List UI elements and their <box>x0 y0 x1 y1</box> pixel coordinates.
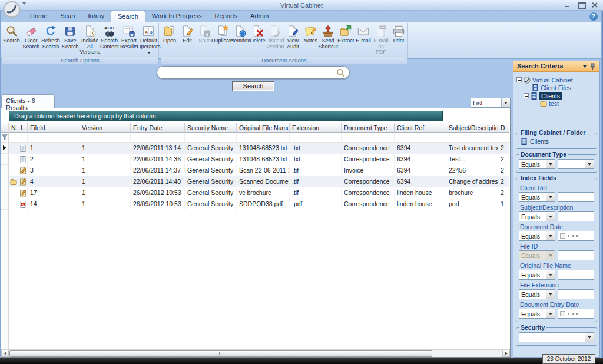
subject-input[interactable] <box>558 211 594 221</box>
document-type-operator-combo[interactable]: Equals <box>519 159 555 169</box>
tree-item-test[interactable]: test <box>515 100 598 108</box>
subject-operator-combo[interactable]: Equals <box>519 211 555 221</box>
virtual-cabinet-logo-icon[interactable] <box>3 1 21 18</box>
table-row[interactable]: 21 22/06/2011 14:36General Security 1310… <box>9 154 509 165</box>
client-ref-input[interactable] <box>558 192 594 202</box>
delete-button[interactable]: Delete <box>249 24 267 45</box>
table-row[interactable]: 31 22/06/2011 14:37General Security Scan… <box>9 165 509 176</box>
column-header[interactable]: Client Ref <box>395 123 446 133</box>
maximize-button[interactable] <box>578 2 585 8</box>
title-bar: Virtual Cabinet <box>0 0 603 11</box>
quick-access-dropdown-icon[interactable] <box>22 2 26 5</box>
file-id-input[interactable] <box>558 250 594 260</box>
reindex-button[interactable]: ReIndex <box>231 24 249 45</box>
tab-work-in-progress[interactable]: Work In Progress <box>145 11 208 22</box>
file-extension-input[interactable] <box>558 289 594 299</box>
tree-item-clients[interactable]: Clients <box>515 92 598 100</box>
column-header[interactable]: Entry Date <box>131 123 185 133</box>
tab-intray[interactable]: Intray <box>81 11 111 22</box>
chevron-down-icon[interactable] <box>583 65 587 68</box>
notes-button[interactable]: Notes <box>302 24 319 45</box>
chevron-down-icon[interactable] <box>546 160 555 168</box>
group-by-bar[interactable]: Drag a column header here to group by th… <box>9 111 443 121</box>
collapse-icon[interactable] <box>524 93 529 98</box>
view-audit-button[interactable]: View Audit <box>284 24 302 50</box>
date-checkbox[interactable] <box>560 311 565 316</box>
scrollbar-thumb[interactable] <box>9 350 432 357</box>
chevron-down-icon[interactable] <box>585 333 594 342</box>
minimize-button[interactable] <box>564 2 571 8</box>
column-header[interactable]: N. <box>9 123 18 133</box>
include-all-versions-button[interactable]: Include All Versions <box>80 24 100 56</box>
tab-scan[interactable]: Scan <box>54 11 81 22</box>
file-extension-operator-combo[interactable]: Equals <box>519 289 555 299</box>
edit-button[interactable]: Edit <box>178 24 196 45</box>
chevron-down-icon[interactable] <box>546 290 555 299</box>
tree-item-client-files[interactable]: Client Files <box>515 84 598 92</box>
chevron-down-icon[interactable] <box>546 212 555 221</box>
document-date-operator-combo[interactable]: Equals <box>519 231 555 241</box>
tab-search[interactable]: Search <box>111 11 145 22</box>
filter-row[interactable] <box>9 133 509 143</box>
close-button[interactable] <box>591 2 598 8</box>
column-header[interactable]: Version <box>79 123 131 133</box>
table-row[interactable]: 11 22/06/2011 13:14General Security 1310… <box>9 143 509 154</box>
column-header[interactable]: Original File Name <box>237 123 290 133</box>
email-button[interactable]: E-mail <box>354 24 372 45</box>
print-button[interactable]: Print <box>390 24 407 45</box>
scroll-left-icon[interactable] <box>1 350 9 357</box>
search-content-button[interactable]: ABC Search Content <box>100 24 119 50</box>
date-checkbox[interactable] <box>560 233 565 239</box>
scroll-right-icon[interactable] <box>502 350 510 357</box>
search-button[interactable]: Search <box>2 24 21 45</box>
column-header[interactable]: Security Name <box>185 123 237 133</box>
security-combo[interactable] <box>519 332 594 342</box>
chevron-down-icon[interactable] <box>546 193 555 201</box>
duplicate-button[interactable]: Duplicate <box>214 24 231 45</box>
document-entry-date-operator-combo[interactable]: Equals <box>519 309 555 319</box>
document-type-value-combo[interactable] <box>558 159 594 169</box>
tab-reports[interactable]: Reports <box>208 11 244 22</box>
chevron-down-icon[interactable] <box>546 309 555 318</box>
help-icon[interactable]: ? <box>589 12 598 21</box>
tab-home[interactable]: Home <box>24 11 54 22</box>
client-ref-operator-combo[interactable]: Equals <box>519 192 555 202</box>
column-header[interactable]: Extension <box>290 123 342 133</box>
collapse-icon[interactable] <box>516 77 522 82</box>
column-header[interactable]: FileId <box>28 123 79 133</box>
view-selector-combo[interactable]: List <box>471 98 511 108</box>
table-row[interactable]: 171 26/09/2012 10:53General Security vc … <box>9 187 509 198</box>
default-operators-button[interactable]: A B Default Operators <box>139 24 158 56</box>
column-header[interactable]: Subject/Description <box>446 123 498 133</box>
column-header[interactable]: D <box>498 123 509 133</box>
chevron-down-icon[interactable] <box>546 231 555 240</box>
table-row[interactable]: 141 26/09/2012 10:53General Security SDD… <box>9 198 509 210</box>
global-search-input[interactable] <box>164 68 333 77</box>
table-row[interactable]: 41 22/06/2011 14:40General Security Scan… <box>9 176 509 187</box>
extract-button[interactable]: Extract <box>337 24 354 45</box>
document-date-input[interactable] <box>558 231 594 241</box>
tree-item-virtual-cabinet[interactable]: Virtual Cabinet <box>515 76 598 84</box>
chevron-down-icon[interactable] <box>501 98 510 107</box>
tab-admin[interactable]: Admin <box>244 11 275 22</box>
chevron-down-icon[interactable] <box>585 160 594 168</box>
open-button[interactable]: Open <box>161 24 178 45</box>
refresh-search-button[interactable]: Refresh Search <box>41 24 61 50</box>
export-results-button[interactable]: Export Results <box>120 24 139 50</box>
search-go-button[interactable]: Search <box>232 81 274 91</box>
results-tab[interactable]: Clients - 6 Results <box>1 94 55 108</box>
panel-header: Search Criteria <box>513 61 599 72</box>
document-entry-date-input[interactable] <box>558 309 594 319</box>
clear-search-button[interactable]: Clear Search <box>21 24 41 50</box>
column-header[interactable]: Document Type <box>342 123 395 133</box>
send-shortcut-button[interactable]: Send Shortcut <box>319 24 337 50</box>
column-header[interactable]: I.. <box>18 123 28 133</box>
save-search-button[interactable]: Save Search <box>61 24 80 50</box>
search-icon[interactable] <box>336 68 345 77</box>
pin-icon[interactable] <box>589 63 596 70</box>
original-file-name-operator-combo[interactable]: Equals <box>519 270 555 280</box>
filter-row-indicator[interactable] <box>1 133 8 143</box>
original-file-name-input[interactable] <box>558 270 594 280</box>
horizontal-scrollbar[interactable] <box>1 349 510 357</box>
chevron-down-icon[interactable] <box>546 270 555 279</box>
